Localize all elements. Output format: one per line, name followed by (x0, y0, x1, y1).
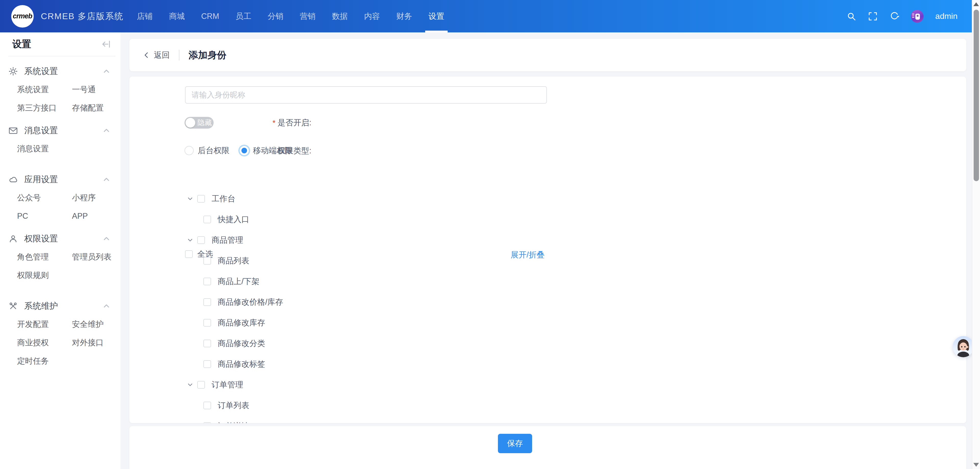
sidebar-item-4-1[interactable]: 安全维护 (72, 315, 121, 334)
sidebar-section-header-4[interactable]: 系统维护 (0, 297, 121, 315)
tree-node-2: 商品管理 (129, 230, 966, 250)
sidebar-item-2-2[interactable]: PC (17, 207, 72, 225)
sidebar-section-label: 系统维护 (24, 300, 58, 312)
tree-node-7-label[interactable]: 商品修改分类 (218, 338, 265, 349)
sidebar-item-4-3[interactable]: 对外接口 (72, 334, 121, 352)
sidebar-section-header-2[interactable]: 应用设置 (0, 170, 121, 189)
gear-icon (8, 67, 18, 76)
tree-node-5-checkbox[interactable] (204, 298, 211, 306)
app-logo-text: crmeb (13, 12, 32, 20)
tree-node-3-checkbox[interactable] (204, 257, 211, 265)
tree-expander-chevron-down-icon[interactable] (186, 381, 194, 388)
page-title: 添加身份 (189, 49, 226, 62)
required-mark: * (272, 118, 275, 127)
sidebar-section-header-3[interactable]: 权限设置 (0, 229, 121, 248)
collapse-sidebar-icon[interactable] (102, 39, 111, 49)
nav-item-0[interactable]: 店铺 (129, 0, 161, 32)
sidebar-item-0-3[interactable]: 存储配置 (72, 99, 121, 117)
radio-backend-permission[interactable] (185, 146, 194, 155)
radio-mobile-permission[interactable] (240, 146, 249, 155)
sidebar-section-header-0[interactable]: 系统设置 (0, 62, 121, 80)
scrollbar-thumb[interactable] (974, 10, 979, 181)
sidebar-item-1-0[interactable]: 消息设置 (17, 140, 72, 158)
tree-node-6-label[interactable]: 商品修改库存 (218, 318, 265, 328)
tree-node-4-checkbox[interactable] (204, 278, 211, 285)
username-label[interactable]: admin (935, 11, 958, 21)
sidebar-item-3-0[interactable]: 角色管理 (17, 248, 72, 266)
tree-node-8-checkbox[interactable] (204, 360, 211, 368)
sidebar-section-items: 公众号小程序PCAPP (0, 189, 121, 225)
sidebar-section-label: 系统设置 (24, 65, 58, 77)
tree-node-1: 快捷入口 (129, 209, 966, 230)
sidebar-item-4-2[interactable]: 商业授权 (17, 334, 72, 352)
tree-node-5-label[interactable]: 商品修改价格/库存 (218, 297, 283, 307)
sidebar-item-3-1[interactable]: 管理员列表 (72, 248, 121, 266)
radio-mobile-label[interactable]: 移动端权限 (253, 145, 293, 156)
search-icon[interactable] (846, 11, 856, 21)
tree-node-4: 商品上/下架 (129, 271, 966, 292)
tree-node-1-label[interactable]: 快捷入口 (218, 214, 249, 225)
sidebar-item-0-1[interactable]: 一号通 (72, 80, 121, 99)
sidebar-section-header-1[interactable]: 消息设置 (0, 121, 121, 140)
nav-item-7[interactable]: 内容 (356, 0, 388, 32)
refresh-icon[interactable] (889, 11, 899, 21)
tree-node-7: 商品修改分类 (129, 333, 966, 354)
back-label: 返回 (154, 50, 170, 60)
tree-node-10-checkbox[interactable] (204, 402, 211, 409)
sidebar-section-2: 应用设置公众号小程序PCAPP (0, 170, 121, 225)
nav-item-6[interactable]: 数据 (324, 0, 356, 32)
enable-field-label: *是否开启: (129, 118, 311, 128)
tree-node-10-label[interactable]: 订单列表 (218, 400, 249, 411)
user-avatar[interactable] (911, 10, 924, 23)
tree-node-2-checkbox[interactable] (197, 236, 205, 244)
chevron-up-icon (102, 126, 111, 135)
sidebar-item-0-0[interactable]: 系统设置 (17, 80, 72, 99)
tree-node-1-checkbox[interactable] (204, 216, 211, 223)
tree-node-6: 商品修改库存 (129, 312, 966, 333)
tree-node-8-label[interactable]: 商品修改标签 (218, 359, 265, 369)
nav-item-5[interactable]: 营销 (292, 0, 324, 32)
cloud-icon (8, 175, 18, 184)
sidebar-item-3-2[interactable]: 权限规则 (17, 266, 72, 285)
sidebar-section-items: 开发配置安全维护商业授权对外接口定时任务 (0, 315, 121, 370)
tree-node-11-checkbox[interactable] (204, 422, 211, 423)
identity-name-input[interactable] (185, 86, 547, 103)
fullscreen-icon[interactable] (868, 11, 878, 21)
sidebar-item-2-0[interactable]: 公众号 (17, 189, 72, 207)
tree-node-0-checkbox[interactable] (197, 195, 205, 203)
tree-node-6-checkbox[interactable] (204, 319, 211, 327)
page-header-card: 返回 添加身份 (129, 39, 966, 71)
tree-node-0-label[interactable]: 工作台 (212, 193, 235, 204)
tree-expander-chevron-down-icon[interactable] (186, 195, 194, 202)
tree-node-11-label[interactable]: 订单详情 (218, 421, 249, 423)
tree-node-2-label[interactable]: 商品管理 (212, 235, 243, 245)
enable-toggle[interactable]: 隐藏 (185, 117, 213, 129)
tree-node-4-label[interactable]: 商品上/下架 (218, 276, 259, 287)
nav-item-9[interactable]: 设置 (420, 0, 452, 32)
sidebar-item-4-0[interactable]: 开发配置 (17, 315, 72, 334)
service-widget-avatar[interactable] (953, 336, 974, 357)
scrollbar-down-arrow[interactable] (974, 463, 979, 467)
sidebar-item-4-4[interactable]: 定时任务 (17, 352, 72, 370)
tree-node-3-label[interactable]: 商品列表 (218, 256, 249, 266)
sidebar-item-2-1[interactable]: 小程序 (72, 189, 121, 207)
nav-item-1[interactable]: 商城 (161, 0, 193, 32)
sidebar-section-label: 权限设置 (24, 233, 58, 245)
back-button[interactable]: 返回 (143, 50, 170, 60)
nav-item-8[interactable]: 财务 (388, 0, 420, 32)
save-button[interactable]: 保存 (498, 434, 532, 453)
top-header-bar: crmeb CRMEB 多店版系统 店铺商城CRM员工分销营销数据内容财务设置 (0, 0, 972, 32)
sidebar-item-0-2[interactable]: 第三方接口 (17, 99, 72, 117)
tree-node-5: 商品修改价格/库存 (129, 292, 966, 312)
sidebar-item-2-3[interactable]: APP (72, 207, 121, 225)
tree-node-7-checkbox[interactable] (204, 340, 211, 347)
radio-backend-label[interactable]: 后台权限 (198, 145, 229, 156)
sidebar-section-label: 应用设置 (24, 174, 58, 185)
tree-expander-chevron-down-icon[interactable] (186, 237, 194, 244)
scrollbar-up-arrow[interactable] (974, 2, 979, 6)
nav-item-3[interactable]: 员工 (228, 0, 259, 32)
tree-node-9-label[interactable]: 订单管理 (212, 380, 243, 390)
nav-item-4[interactable]: 分销 (259, 0, 292, 32)
nav-item-2[interactable]: CRM (193, 0, 228, 32)
tree-node-9-checkbox[interactable] (197, 381, 205, 389)
